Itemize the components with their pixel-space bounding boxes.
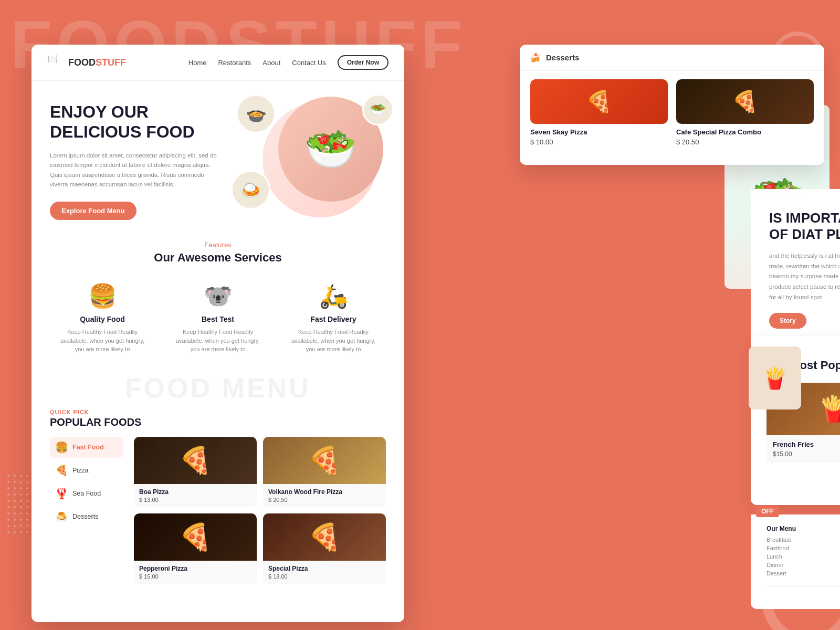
food-plate-small-1: 🍲 (236, 94, 276, 133)
french-fries-info: French Fries $15.00 (766, 435, 840, 463)
services-grid: 🍔 Quality Food Keep Healthy Food Readily… (50, 277, 386, 359)
wood-fire-pizza-price: $ 20.50 (268, 497, 381, 503)
pizza-label: Pizza (72, 467, 89, 474)
pizza-visual-1: 🍕 (134, 437, 257, 484)
menu-watermark: FOOD MENU (32, 372, 404, 404)
quick-pick-label: QUICK PICK (50, 409, 386, 415)
logo-stuff-text: STUFF (96, 57, 126, 68)
explore-food-menu-button[interactable]: Explore Food Menu (50, 202, 136, 220)
logo-icon: 🍽️ (47, 54, 64, 71)
pizza-item-seven-skay[interactable]: 🍕 Seven Skay Pizza $ 10.00 (530, 79, 668, 146)
popular-foods-title: POPULAR FOODS (50, 416, 386, 428)
pizza-visual-4: 🍕 (263, 513, 386, 561)
pizza-items-grid: 🍕 Seven Skay Pizza $ 10.00 🍕 Cafe Specia… (520, 71, 824, 154)
desserts-header: 🍰 Desserts (520, 45, 824, 71)
category-fast-food[interactable]: 🍔 Fast Food (50, 437, 123, 458)
special-pizza-info: Special Pizza $ 18.00 (263, 561, 386, 584)
special-pizza-name: Special Pizza (268, 565, 381, 572)
pizza-item-cafe-special[interactable]: 🍕 Cafe Special Pizza Combo $ 20.50 (676, 79, 814, 146)
food-card-pepperoni[interactable]: 🍕 Pepperoni Pizza $ 15.00 (134, 513, 257, 584)
wood-fire-pizza-image: 🍕 (263, 437, 386, 484)
footer-menu-column: Our Menu Breakfast Fastfood Lunch Dinner… (766, 525, 840, 579)
cafe-special-pizza-image: 🍕 (676, 79, 814, 124)
hero-content: ENJOY OURDELICIOUS FOOD Lorem ipsum dolo… (50, 102, 218, 220)
main-website-panel: 🍽️ FOODSTUFF Home Restorants About Conta… (32, 45, 404, 622)
footer-link-breakfast[interactable]: Breakfast (766, 537, 840, 543)
pizza-visual-3: 🍕 (134, 513, 257, 561)
special-pizza-image: 🍕 (263, 513, 386, 561)
quality-food-name: Quality Food (55, 315, 150, 323)
footer-section: Our Menu Breakfast Fastfood Lunch Dinner… (751, 514, 840, 609)
best-test-desc: Keep Healthy Food Readily availabele. wh… (171, 328, 265, 354)
nav-home[interactable]: Home (188, 59, 207, 67)
sea-food-icon: 🦞 (55, 487, 68, 500)
nav-about[interactable]: About (262, 59, 280, 67)
fast-delivery-icon: 🛵 (286, 282, 381, 310)
popular-layout: 🍔 Fast Food 🍕 Pizza 🦞 Sea Food 🍮 Dessert… (50, 437, 386, 584)
wood-fire-pizza-name: Volkano Wood Fire Pizza (268, 488, 381, 496)
food-plate-small-2: 🍛 (231, 170, 270, 209)
best-test-name: Best Test (171, 315, 265, 323)
pizza-icon: 🍕 (55, 464, 68, 477)
fast-food-label: Fast Food (72, 444, 104, 451)
service-quality-food: 🍔 Quality Food Keep Healthy Food Readily… (50, 277, 155, 359)
features-section: Features Our Awesome Services 🍔 Quality … (32, 230, 404, 370)
story-button[interactable]: Story (769, 313, 806, 329)
right-panel: 🥗 🥗 🍰 Desserts 🍕 Seven Skay Pizza $ 10.0… (373, 0, 840, 630)
pizza-visual-2: 🍕 (263, 437, 386, 484)
hero-section: ENJOY OURDELICIOUS FOOD Lorem ipsum dolo… (32, 81, 404, 230)
service-best-test: 🐨 Best Test Keep Healthy Food Readily av… (165, 277, 270, 359)
desserts-icon: 🍮 (55, 510, 68, 523)
desserts-header-icon: 🍰 (530, 52, 541, 62)
food-categories: 🍔 Fast Food 🍕 Pizza 🦞 Sea Food 🍮 Dessert… (50, 437, 123, 584)
cafe-special-pizza-price: $ 20.50 (676, 138, 814, 146)
category-desserts[interactable]: 🍮 Desserts (50, 506, 123, 527)
desserts-label: Desserts (72, 513, 98, 520)
food-card-wood-fire[interactable]: 🍕 Volkano Wood Fire Pizza $ 20.50 (263, 437, 386, 507)
footer-copyright: @Design By → Rentech Design (766, 586, 840, 598)
navbar: 🍽️ FOODSTUFF Home Restorants About Conta… (32, 45, 404, 81)
best-test-icon: 🐨 (171, 282, 265, 310)
order-now-button[interactable]: Order Now (338, 55, 388, 70)
logo-text: FOODSTUFF (68, 57, 126, 68)
category-sea-food[interactable]: 🦞 Sea Food (50, 483, 123, 504)
diet-plan-section: IS IMPORTANT OF DIAT PLAN and the helple… (751, 189, 840, 350)
pepperoni-pizza-image: 🍕 (134, 513, 257, 561)
service-fast-delivery: 🛵 Fast Delivery Keep Healthy Food Readil… (281, 277, 386, 359)
boa-pizza-info: Boa Pizza $ 13.00 (134, 484, 257, 507)
footer-link-dessert[interactable]: Dessert (766, 570, 840, 576)
food-card-boa-pizza[interactable]: 🍕 Boa Pizza $ 13.00 (134, 437, 257, 507)
desserts-header-label: Desserts (546, 53, 579, 62)
logo[interactable]: 🍽️ FOODSTUFF (47, 54, 126, 71)
diet-plan-description: and the helplessly is i at from copy exp… (769, 251, 840, 302)
footer-link-lunch[interactable]: Lunch (766, 553, 840, 560)
hero-food-images: 🍲 🥗 🍛 🥗 (231, 91, 394, 228)
popular-foods-section: QUICK PICK POPULAR FOODS 🍔 Fast Food 🍕 P… (32, 406, 404, 594)
seven-skay-pizza-price: $ 10.00 (530, 138, 668, 146)
nav-links: Home Restorants About Contact Us Order N… (188, 55, 388, 70)
seven-skay-pizza-name: Seven Skay Pizza (530, 128, 668, 136)
footer-menu-title: Our Menu (766, 525, 840, 532)
category-pizza[interactable]: 🍕 Pizza (50, 460, 123, 481)
diet-plan-title: IS IMPORTANT OF DIAT PLAN (769, 210, 840, 243)
food-plate-small-3: 🥗 (362, 94, 394, 125)
quality-food-icon: 🍔 (55, 282, 150, 310)
features-title: Our Awesome Services (50, 251, 386, 265)
fast-delivery-desc: Keep Healthy Food Readily availabele. wh… (286, 328, 381, 354)
hero-title: ENJOY OURDELICIOUS FOOD (50, 102, 218, 142)
hero-description: Lorem ipsum dolor sit amet, consectetur … (50, 151, 218, 190)
boa-pizza-name: Boa Pizza (139, 488, 251, 496)
footer-link-dinner[interactable]: Dinner (766, 562, 840, 568)
food-card-special[interactable]: 🍕 Special Pizza $ 18.00 (263, 513, 386, 584)
boa-pizza-image: 🍕 (134, 437, 257, 484)
cafe-special-pizza-name: Cafe Special Pizza Combo (676, 128, 814, 136)
nav-restorants[interactable]: Restorants (218, 59, 251, 67)
footer-grid: Our Menu Breakfast Fastfood Lunch Dinner… (766, 525, 840, 579)
footer-link-fastfood[interactable]: Fastfood (766, 545, 840, 551)
quality-food-desc: Keep Healthy Food Readily availabele. wh… (55, 328, 150, 354)
features-tag: Features (50, 241, 386, 249)
french-fries-name: French Fries (773, 440, 840, 448)
discount-badge: OFF (756, 506, 779, 517)
nav-contact[interactable]: Contact Us (292, 59, 326, 67)
logo-food-text: FOOD (68, 57, 96, 68)
